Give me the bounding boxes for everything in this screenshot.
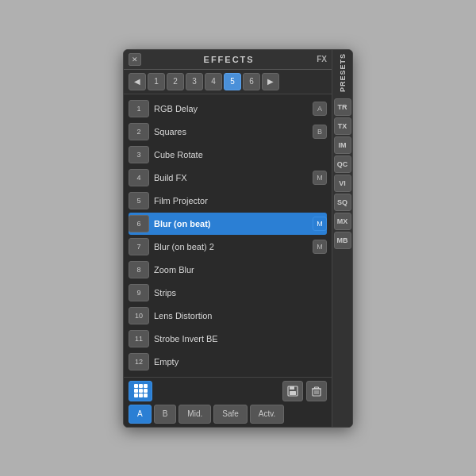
grid-icon xyxy=(134,384,148,397)
main-content-area: ✕ EFFECTS FX ◀ 1 2 3 4 5 6 ▶ 1 RGB Delay xyxy=(124,50,332,427)
effect-num-7: 7 xyxy=(129,238,149,255)
preset-a-button[interactable]: A xyxy=(129,405,152,424)
save-button[interactable] xyxy=(282,381,303,401)
effect-num-1: 1 xyxy=(129,100,149,117)
page-btn-3[interactable]: 3 xyxy=(186,73,203,90)
header: ✕ EFFECTS FX xyxy=(124,50,332,70)
effect-row-9[interactable]: 9 Strips xyxy=(129,282,327,304)
effect-row-3[interactable]: 3 Cube Rotate xyxy=(129,144,327,166)
sidebar-tab-tr[interactable]: TR xyxy=(334,98,351,116)
sidebar-tab-vi[interactable]: VI xyxy=(334,175,351,192)
effect-row-11[interactable]: 11 Strobe Invert BE xyxy=(129,328,327,350)
effect-num-3: 3 xyxy=(129,146,149,163)
preset-b-button[interactable]: B xyxy=(154,405,177,424)
sidebar-tab-im[interactable]: IM xyxy=(334,136,351,154)
preset-safe-button[interactable]: Safe xyxy=(213,405,248,424)
preset-buttons: A B Mid. Safe Actv. xyxy=(129,405,327,424)
close-button[interactable]: ✕ xyxy=(129,53,141,66)
effect-num-4: 4 xyxy=(129,169,149,186)
effect-name-5: Film Projector xyxy=(154,196,327,205)
page-btn-5[interactable]: 5 xyxy=(224,73,241,90)
right-sidebar: PRESETS TR TX IM QC VI SQ MX MB xyxy=(332,50,352,427)
effect-name-9: Strips xyxy=(154,288,327,298)
presets-vertical-label: PRESETS xyxy=(339,53,347,92)
effect-num-6: 6 xyxy=(129,215,149,232)
effect-badge-2: B xyxy=(313,125,327,139)
delete-button[interactable] xyxy=(306,381,327,401)
effect-name-6: Blur (on beat) xyxy=(154,219,309,228)
preset-actv-button[interactable]: Actv. xyxy=(250,405,284,424)
sidebar-tab-tx[interactable]: TX xyxy=(334,117,351,135)
effect-row-12[interactable]: 12 Empty xyxy=(129,351,327,373)
page-btn-1[interactable]: 1 xyxy=(148,73,165,90)
effect-name-10: Lens Distortion xyxy=(154,311,327,321)
sidebar-tab-qc[interactable]: QC xyxy=(334,155,351,173)
effect-name-1: RGB Delay xyxy=(154,104,309,113)
sidebar-tab-mb[interactable]: MB xyxy=(334,232,351,249)
panel-title: EFFECTS xyxy=(204,55,255,64)
page-btn-2[interactable]: 2 xyxy=(167,73,184,90)
svg-rect-2 xyxy=(290,391,296,395)
footer-toolbar xyxy=(129,381,327,401)
effect-badge-1: A xyxy=(313,102,327,116)
main-panel: ✕ EFFECTS FX ◀ 1 2 3 4 5 6 ▶ 1 RGB Delay xyxy=(123,49,353,428)
sidebar-tab-mx[interactable]: MX xyxy=(334,213,351,230)
page-btn-6[interactable]: 6 xyxy=(243,73,260,90)
effect-row-6[interactable]: 6 Blur (on beat) M xyxy=(129,213,327,235)
effect-badge-4: M xyxy=(313,171,327,185)
next-page-button[interactable]: ▶ xyxy=(262,73,279,90)
svg-rect-1 xyxy=(290,386,294,390)
effect-num-10: 10 xyxy=(129,307,149,324)
effect-name-2: Squares xyxy=(154,127,309,136)
effect-row-10[interactable]: 10 Lens Distortion xyxy=(129,305,327,327)
page-btn-4[interactable]: 4 xyxy=(205,73,222,90)
effect-row-1[interactable]: 1 RGB Delay A xyxy=(129,98,327,120)
effect-num-2: 2 xyxy=(129,123,149,140)
effect-row-7[interactable]: 7 Blur (on beat) 2 M xyxy=(129,236,327,258)
preset-mid-button[interactable]: Mid. xyxy=(178,405,211,424)
effect-name-3: Cube Rotate xyxy=(154,150,327,159)
effect-badge-6: M xyxy=(313,217,327,231)
effect-row-5[interactable]: 5 Film Projector xyxy=(129,190,327,212)
trash-icon xyxy=(311,386,322,397)
save-icon xyxy=(287,386,298,397)
effect-name-7: Blur (on beat) 2 xyxy=(154,242,309,251)
effect-num-12: 12 xyxy=(129,353,149,370)
effect-name-4: Build FX xyxy=(154,173,309,182)
effect-num-11: 11 xyxy=(129,330,149,347)
svg-rect-5 xyxy=(315,387,319,389)
sidebar-tab-sq[interactable]: SQ xyxy=(334,194,351,211)
effect-row-4[interactable]: 4 Build FX M xyxy=(129,167,327,189)
footer: A B Mid. Safe Actv. xyxy=(124,377,332,427)
effect-num-9: 9 xyxy=(129,284,149,301)
effect-badge-7: M xyxy=(313,240,327,254)
prev-page-button[interactable]: ◀ xyxy=(129,73,146,90)
effect-num-8: 8 xyxy=(129,261,149,278)
effect-name-12: Empty xyxy=(154,357,327,367)
grid-view-button[interactable] xyxy=(129,381,152,401)
fx-label: FX xyxy=(317,55,327,63)
effect-name-8: Zoom Blur xyxy=(154,265,327,274)
effect-row-2[interactable]: 2 Squares B xyxy=(129,121,327,143)
effect-name-11: Strobe Invert BE xyxy=(154,334,327,344)
effects-list: 1 RGB Delay A 2 Squares B 3 Cube Rotate … xyxy=(124,94,332,377)
effect-row-8[interactable]: 8 Zoom Blur xyxy=(129,259,327,281)
effect-num-5: 5 xyxy=(129,192,149,209)
page-navigation: ◀ 1 2 3 4 5 6 ▶ xyxy=(124,70,332,94)
